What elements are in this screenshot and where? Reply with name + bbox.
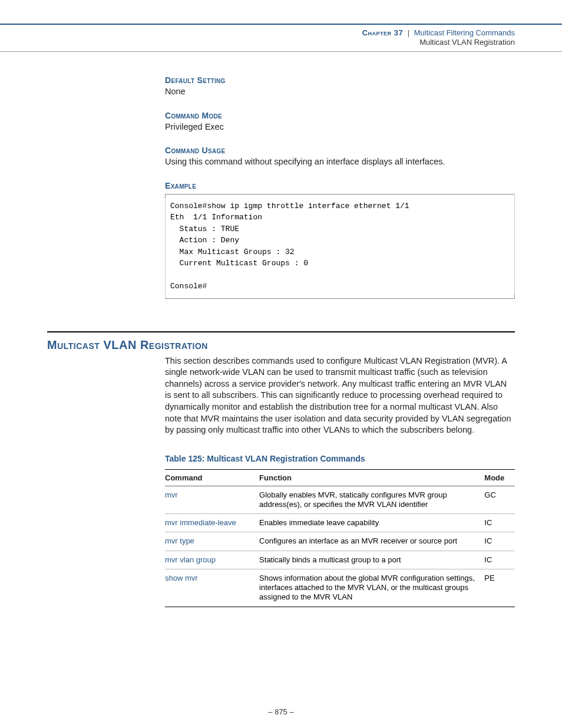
cmd-function: Globally enables MVR, statically configu… bbox=[259, 486, 484, 514]
cmd-function: Enables immediate leave capability bbox=[259, 514, 484, 532]
cmd-link[interactable]: mvr type bbox=[165, 532, 259, 551]
heading-default-setting: Default Setting bbox=[165, 75, 515, 85]
text-command-usage: Using this command without specifying an… bbox=[165, 156, 515, 168]
cmd-link[interactable]: show mvr bbox=[165, 569, 259, 607]
page-header: Chapter 37 | Multicast Filtering Command… bbox=[0, 25, 562, 52]
page-number: – 875 – bbox=[0, 707, 562, 728]
chapter-label: Chapter 37 bbox=[362, 28, 403, 37]
table-row: mvr vlan group Statically binds a multic… bbox=[165, 551, 515, 569]
heading-example: Example bbox=[165, 181, 515, 190]
cmd-function: Configures an interface as an MVR receiv… bbox=[259, 532, 484, 551]
chapter-title: Multicast Filtering Commands bbox=[414, 28, 515, 37]
commands-table: Command Function Mode mvr Globally enabl… bbox=[165, 469, 515, 607]
heading-command-usage: Command Usage bbox=[165, 146, 515, 155]
table-row: mvr type Configures an interface as an M… bbox=[165, 532, 515, 551]
th-mode: Mode bbox=[484, 469, 515, 486]
cmd-function: Statically binds a multicast group to a … bbox=[259, 551, 484, 569]
table-caption: Table 125: Multicast VLAN Registration C… bbox=[165, 454, 515, 463]
table-row: mvr Globally enables MVR, statically con… bbox=[165, 486, 515, 514]
cmd-mode: IC bbox=[484, 532, 515, 551]
cmd-mode: PE bbox=[484, 569, 515, 607]
table-row: mvr immediate-leave Enables immediate le… bbox=[165, 514, 515, 532]
content-area: Default Setting None Command Mode Privil… bbox=[165, 75, 515, 299]
section-rule bbox=[47, 331, 515, 332]
example-code-block: Console#show ip igmp throttle interface … bbox=[165, 194, 515, 299]
cmd-link[interactable]: mvr vlan group bbox=[165, 551, 259, 569]
section-content: This section describes commands used to … bbox=[165, 355, 515, 607]
cmd-link[interactable]: mvr immediate-leave bbox=[165, 514, 259, 532]
cmd-function: Shows information about the global MVR c… bbox=[259, 569, 484, 607]
table-row: show mvr Shows information about the glo… bbox=[165, 569, 515, 607]
cmd-mode: IC bbox=[484, 551, 515, 569]
text-default-setting: None bbox=[165, 86, 515, 98]
cmd-mode: IC bbox=[484, 514, 515, 532]
chapter-line: Chapter 37 | Multicast Filtering Command… bbox=[0, 28, 515, 37]
th-command: Command bbox=[165, 469, 259, 486]
cmd-link[interactable]: mvr bbox=[165, 486, 259, 514]
section-body-text: This section describes commands used to … bbox=[165, 355, 515, 436]
cmd-mode: GC bbox=[484, 486, 515, 514]
chapter-separator: | bbox=[408, 28, 409, 37]
chapter-subsection: Multicast VLAN Registration bbox=[0, 38, 515, 47]
text-command-mode: Privileged Exec bbox=[165, 121, 515, 133]
heading-command-mode: Command Mode bbox=[165, 111, 515, 120]
table-header-row: Command Function Mode bbox=[165, 469, 515, 486]
section-heading-mvr: Multicast VLAN Registration bbox=[47, 338, 562, 352]
th-function: Function bbox=[259, 469, 484, 486]
